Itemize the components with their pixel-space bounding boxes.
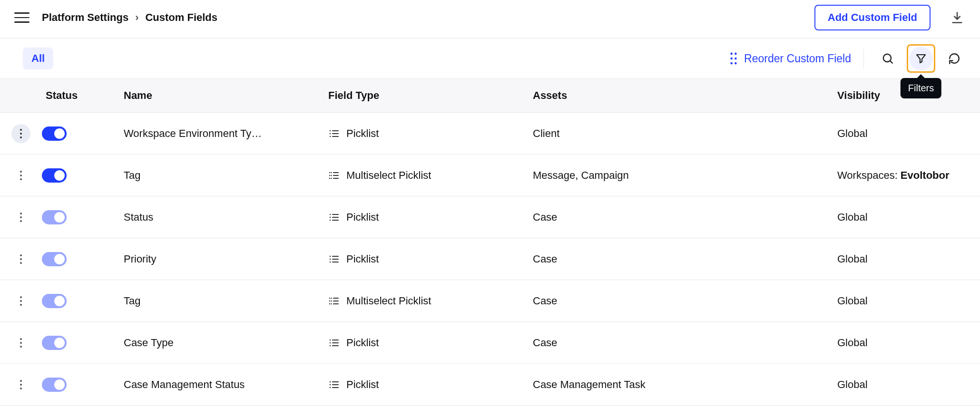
field-type-label: Multiselect Picklist	[346, 169, 431, 182]
svg-point-9	[330, 136, 331, 137]
svg-point-28	[330, 255, 331, 257]
svg-point-3	[735, 58, 737, 60]
search-icon	[882, 52, 894, 65]
cell-visibility: Global	[828, 127, 980, 140]
table-row[interactable]: TagMultiselect PicklistMessage, Campaign…	[0, 155, 980, 196]
svg-point-13	[329, 172, 330, 173]
svg-point-36	[329, 300, 330, 301]
svg-point-29	[330, 258, 331, 260]
cell-visibility: Global	[828, 337, 980, 349]
dots-vertical-icon	[20, 129, 22, 138]
row-actions-menu[interactable]	[11, 208, 30, 227]
cell-visibility: Global	[828, 211, 980, 223]
cell-field-type: Picklist	[319, 253, 523, 265]
svg-point-2	[730, 58, 733, 60]
cell-assets: Case	[523, 295, 828, 307]
status-toggle[interactable]	[42, 126, 67, 141]
cell-name: Workspace Environment Ty…	[114, 127, 319, 140]
table-row[interactable]: TagMultiselect PicklistCaseGlobal	[0, 280, 980, 322]
refresh-icon	[948, 52, 960, 65]
menu-button[interactable]	[14, 9, 32, 27]
svg-point-5	[735, 62, 737, 65]
dots-vertical-icon	[20, 254, 22, 264]
cell-name: Case Type	[114, 337, 319, 349]
status-toggle[interactable]	[42, 168, 67, 183]
cell-name: Case Management Status	[114, 379, 319, 391]
svg-point-49	[330, 381, 331, 382]
svg-point-4	[730, 62, 733, 65]
picklist-icon	[328, 128, 340, 139]
breadcrumb-platform-settings[interactable]: Platform Settings	[42, 11, 128, 24]
add-custom-field-button[interactable]: Add Custom Field	[814, 5, 931, 30]
table-row[interactable]: PriorityPicklistCaseGlobal	[0, 238, 980, 280]
row-actions-menu[interactable]	[11, 166, 30, 185]
col-status[interactable]: Status	[0, 79, 114, 112]
col-name[interactable]: Name	[114, 79, 319, 112]
status-toggle[interactable]	[42, 294, 67, 308]
cell-assets: Client	[523, 127, 828, 140]
row-actions-menu[interactable]	[11, 333, 30, 352]
cell-field-type: Picklist	[319, 379, 523, 391]
cell-assets: Case Management Task	[523, 379, 828, 391]
cell-field-type: Multiselect Picklist	[319, 169, 523, 182]
dots-vertical-icon	[20, 338, 22, 348]
table-row[interactable]: Case TypePicklistCaseGlobal	[0, 322, 980, 364]
row-actions-menu[interactable]	[11, 375, 30, 394]
search-button[interactable]	[876, 47, 899, 70]
field-type-label: Multiselect Picklist	[346, 295, 431, 307]
filter-icon	[915, 53, 927, 64]
picklist-icon	[328, 337, 340, 349]
table-row[interactable]: StatusPicklistCaseGlobal	[0, 196, 980, 238]
svg-point-8	[330, 133, 331, 134]
status-toggle[interactable]	[42, 378, 67, 392]
svg-point-16	[331, 175, 332, 175]
table-header: Status Name Field Type Assets Visibility	[0, 78, 980, 113]
cell-name: Tag	[114, 169, 319, 182]
row-actions-menu[interactable]	[11, 250, 30, 269]
col-field-type[interactable]: Field Type	[319, 79, 523, 112]
cell-field-type: Multiselect Picklist	[319, 295, 523, 307]
svg-point-37	[331, 300, 332, 301]
svg-point-23	[330, 216, 331, 218]
svg-point-43	[330, 339, 331, 340]
drag-handle-icon	[730, 52, 737, 65]
cell-name: Priority	[114, 253, 319, 265]
svg-point-50	[330, 384, 331, 385]
svg-point-35	[331, 297, 332, 298]
svg-point-30	[330, 261, 331, 262]
breadcrumb-custom-fields[interactable]: Custom Fields	[145, 11, 217, 24]
table-row[interactable]: Case Management StatusPicklistCase Manag…	[0, 364, 980, 406]
status-toggle[interactable]	[42, 252, 67, 266]
picklist-icon	[328, 379, 340, 390]
download-icon[interactable]	[949, 9, 966, 26]
field-type-label: Picklist	[346, 253, 379, 265]
filter-button[interactable]	[909, 47, 933, 70]
cell-visibility: Global	[828, 295, 980, 307]
svg-point-18	[331, 177, 332, 178]
svg-point-44	[330, 342, 331, 343]
status-toggle[interactable]	[42, 210, 67, 224]
table-row[interactable]: Workspace Environment Ty…PicklistClientG…	[0, 113, 980, 155]
field-type-label: Picklist	[346, 337, 379, 349]
svg-point-14	[331, 172, 332, 173]
reorder-label: Reorder Custom Field	[744, 52, 851, 65]
picklist-icon	[328, 253, 340, 265]
cell-field-type: Picklist	[319, 127, 523, 140]
col-assets[interactable]: Assets	[523, 79, 828, 112]
status-toggle[interactable]	[42, 336, 67, 350]
refresh-button[interactable]	[943, 47, 966, 70]
svg-point-15	[329, 175, 330, 175]
reorder-custom-field-link[interactable]: Reorder Custom Field	[730, 52, 851, 65]
svg-point-38	[329, 303, 330, 304]
filter-button-highlight: Filters	[907, 44, 935, 73]
filter-chip-all[interactable]: All	[23, 48, 53, 69]
svg-point-17	[329, 177, 330, 178]
breadcrumb: Platform Settings › Custom Fields	[42, 11, 217, 24]
chevron-right-icon: ›	[135, 11, 138, 24]
svg-point-45	[330, 345, 331, 346]
row-actions-menu[interactable]	[11, 291, 30, 311]
visibility-workspace-name: Evoltobor	[901, 169, 950, 181]
cell-name: Status	[114, 211, 319, 223]
row-actions-menu[interactable]	[11, 124, 30, 143]
separator	[863, 49, 864, 68]
